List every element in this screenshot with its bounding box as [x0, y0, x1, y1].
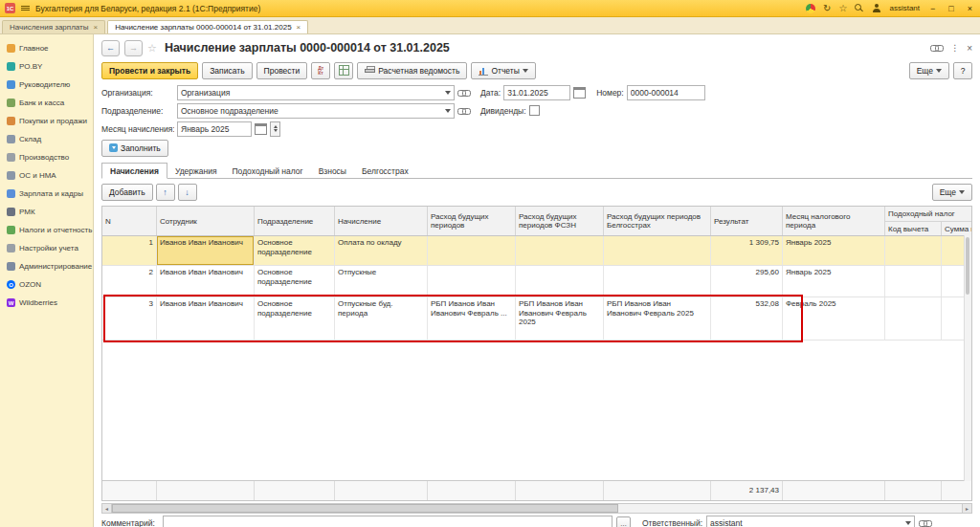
col-header-result[interactable]: Результат	[711, 207, 783, 235]
table-row[interactable]: 3 Иванов Иван Иванович Основное подразде…	[102, 297, 971, 340]
table-more-button[interactable]: Еще	[932, 184, 972, 201]
history-icon[interactable]: ↻	[823, 4, 831, 13]
cell-result[interactable]: 295,60	[711, 266, 783, 296]
search-icon[interactable]	[855, 4, 864, 13]
sidebar-item-po-by[interactable]: PO.BY	[0, 57, 93, 76]
help-button[interactable]: ?	[953, 62, 972, 79]
cell-rbp-fszn[interactable]	[516, 236, 604, 265]
month-spinner[interactable]	[270, 121, 280, 137]
open-organization-icon[interactable]	[457, 89, 470, 97]
cell-department[interactable]: Основное подразделение	[255, 297, 335, 340]
spin-down-icon[interactable]	[274, 129, 278, 132]
col-header-rbp-fszn[interactable]: Расход будущих периодов ФСЗН	[516, 207, 604, 235]
comment-input[interactable]	[163, 516, 612, 527]
show-postings-button[interactable]: ДтКт	[311, 62, 330, 79]
tab-close-icon[interactable]: ×	[94, 23, 99, 32]
col-header-n[interactable]: N	[102, 207, 157, 235]
date-field[interactable]: 31.01.2025	[503, 85, 570, 100]
service-status-icon[interactable]	[806, 4, 815, 13]
related-documents-button[interactable]	[334, 62, 353, 79]
sidebar-item-ozon[interactable]: OOZON	[0, 275, 93, 294]
scrollbar-thumb[interactable]	[112, 504, 618, 513]
back-button[interactable]: ←	[101, 40, 120, 56]
sidebar-item-warehouse[interactable]: Склад	[0, 130, 93, 148]
tab-belgosstrakh[interactable]: Белгосстрах	[354, 164, 416, 178]
tab-accruals[interactable]: Начисления	[101, 163, 167, 179]
fill-button[interactable]: Заполнить	[101, 140, 168, 157]
horizontal-scrollbar[interactable]: ◄ ►	[101, 503, 972, 514]
post-button[interactable]: Провести	[256, 62, 308, 79]
col-header-tax-month[interactable]: Месяц налогового периода	[783, 207, 885, 235]
col-header-deduction-code[interactable]: Код вычета	[885, 222, 942, 235]
favorites-star-icon[interactable]: ☆	[838, 4, 847, 13]
cell-tax-month[interactable]: Январь 2025	[783, 266, 885, 296]
cell-employee[interactable]: Иванов Иван Иванович	[157, 266, 255, 296]
comment-choose-button[interactable]: …	[616, 516, 631, 527]
cell-line-number[interactable]: 3	[102, 297, 157, 340]
sidebar-item-rmk[interactable]: РМК	[0, 203, 93, 221]
cell-employee[interactable]: Иванов Иван Иванович	[157, 236, 255, 265]
scrollbar-thumb[interactable]	[966, 237, 969, 295]
col-header-rbp[interactable]: Расход будущих периодов	[428, 207, 516, 235]
table-row[interactable]: 1 Иванов Иван Иванович Основное подразде…	[102, 236, 971, 266]
col-header-accrual[interactable]: Начисление	[335, 207, 428, 235]
sidebar-item-administration[interactable]: Администрирование	[0, 257, 93, 275]
move-down-button[interactable]: ↓	[178, 184, 197, 201]
post-and-close-button[interactable]: Провести и закрыть	[101, 62, 198, 79]
cell-deduction-code[interactable]	[885, 266, 942, 296]
cell-deduction-code[interactable]	[885, 236, 942, 265]
spin-up-icon[interactable]	[274, 125, 278, 128]
open-responsible-icon[interactable]	[919, 519, 931, 527]
cell-rbp[interactable]	[428, 236, 516, 265]
col-header-department[interactable]: Подразделение	[255, 207, 335, 235]
reports-button[interactable]: Отчеты	[471, 62, 535, 79]
organization-field[interactable]: Организация	[177, 85, 455, 100]
responsible-input[interactable]: assistant	[706, 516, 915, 527]
cell-deduction-code[interactable]	[885, 297, 942, 340]
sidebar-item-bank-cash[interactable]: Банк и касса	[0, 94, 93, 112]
cell-department[interactable]: Основное подразделение	[255, 266, 335, 296]
cell-rbp-belgosstrakh[interactable]	[604, 266, 711, 296]
col-header-employee[interactable]: Сотрудник	[157, 207, 255, 235]
sidebar-item-main[interactable]: Главное	[0, 39, 93, 57]
cell-rbp-fszn[interactable]: РБП Иванов Иван Иванович Февраль 2025	[516, 297, 604, 340]
col-header-deduction-amount[interactable]: Сумма вычета	[942, 222, 971, 235]
cell-accrual[interactable]: Отпускные буд. периода	[335, 297, 428, 340]
sidebar-item-payroll-hr[interactable]: Зарплата и кадры	[0, 185, 93, 203]
doc-tab-salary-document[interactable]: Начисление зарплаты 0000-000014 от 31.01…	[107, 20, 308, 33]
cell-accrual[interactable]: Отпускные	[335, 266, 428, 296]
write-button[interactable]: Записать	[202, 62, 252, 79]
cell-employee[interactable]: Иванов Иван Иванович	[157, 297, 255, 340]
sidebar-item-manager[interactable]: Руководителю	[0, 76, 93, 94]
vertical-scrollbar[interactable]	[964, 235, 971, 481]
cell-rbp[interactable]: РБП Иванов Иван Иванович Февраль ...	[428, 297, 516, 340]
maximize-button[interactable]: □	[946, 4, 956, 13]
sidebar-item-production[interactable]: Производство	[0, 148, 93, 166]
scroll-left-icon[interactable]: ◄	[102, 504, 112, 513]
cell-rbp-belgosstrakh[interactable]: РБП Иванов Иван Иванович Февраль 2025	[604, 297, 711, 340]
cell-rbp-belgosstrakh[interactable]	[604, 236, 711, 265]
combo-arrow-icon[interactable]	[905, 521, 911, 525]
calendar-icon[interactable]	[573, 87, 586, 99]
combo-arrow-icon[interactable]	[445, 109, 451, 113]
cell-line-number[interactable]: 1	[102, 236, 157, 265]
window-close-button[interactable]: ×	[965, 4, 975, 13]
open-department-icon[interactable]	[457, 107, 470, 115]
add-row-button[interactable]: Добавить	[101, 184, 153, 201]
forward-button[interactable]: →	[124, 40, 143, 56]
favorite-toggle-icon[interactable]: ☆	[147, 43, 157, 54]
cell-rbp-fszn[interactable]	[516, 266, 604, 296]
sidebar-item-accounting-settings[interactable]: Настройки учета	[0, 239, 93, 257]
number-field[interactable]: 0000-000014	[627, 85, 705, 100]
accrual-month-field[interactable]: Январь 2025	[177, 121, 252, 137]
dividends-checkbox[interactable]	[529, 105, 540, 116]
combo-arrow-icon[interactable]	[445, 91, 451, 95]
sidebar-item-fixed-assets[interactable]: ОС и НМА	[0, 166, 93, 185]
cell-tax-month[interactable]: Январь 2025	[783, 236, 885, 265]
tab-close-icon[interactable]: ×	[297, 23, 301, 32]
doc-tab-salary-list[interactable]: Начисления зарплаты ×	[2, 20, 105, 33]
col-group-income-tax[interactable]: Подоходный налог Код вычета Сумма вычета	[885, 207, 971, 235]
cell-rbp[interactable]	[428, 266, 516, 296]
cell-accrual[interactable]: Оплата по окладу	[335, 236, 428, 265]
move-up-button[interactable]: ↑	[156, 184, 175, 201]
